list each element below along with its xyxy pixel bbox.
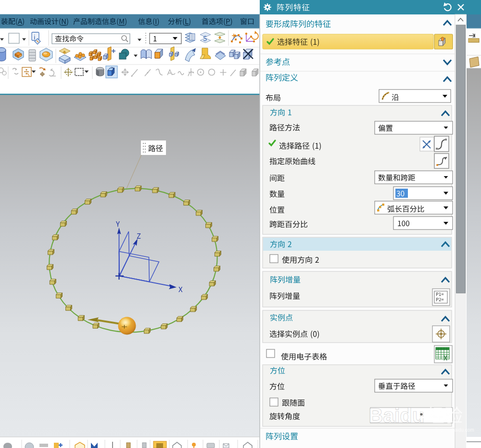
svg-text:Baidu: Baidu xyxy=(368,404,425,427)
svg-text:jingyan.baidu.com: jingyan.baidu.com xyxy=(435,427,474,433)
